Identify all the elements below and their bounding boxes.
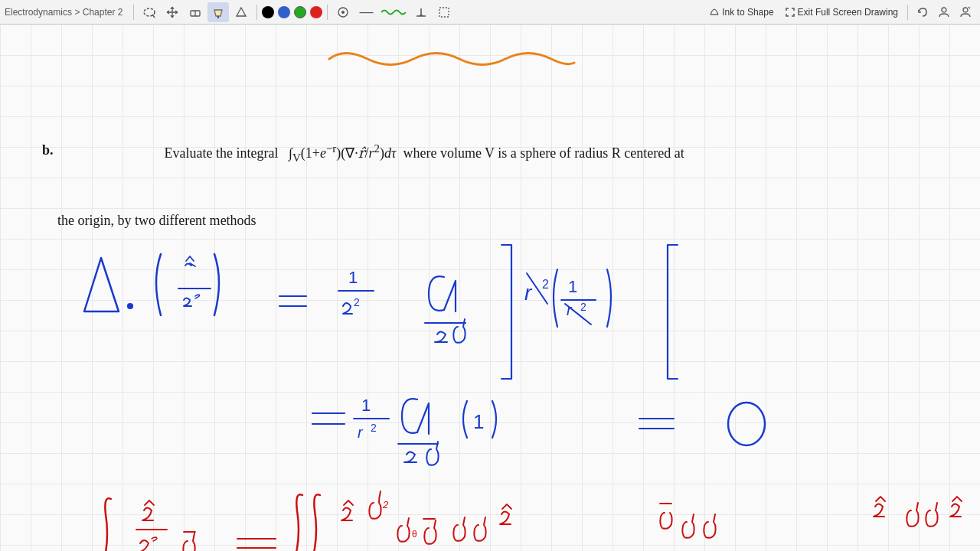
color-green[interactable] [294, 6, 306, 18]
svg-point-18 [128, 304, 132, 308]
pen-options-icon [336, 5, 350, 19]
svg-text:1: 1 [361, 396, 371, 415]
drawing-canvas[interactable]: 1 2 r 2 1 r 2 [0, 24, 980, 551]
separator-3 [327, 5, 328, 20]
svg-text:2: 2 [580, 301, 586, 313]
highlighter-tool-btn[interactable] [207, 2, 229, 22]
shape-tool-btn[interactable] [230, 2, 252, 22]
svg-line-1 [152, 15, 155, 18]
line-style-btn[interactable]: — [355, 2, 377, 22]
baseline-icon [414, 5, 428, 19]
svg-text:1: 1 [473, 410, 484, 433]
color-blue[interactable] [278, 6, 290, 18]
svg-point-14 [942, 8, 946, 12]
svg-text:2: 2 [371, 422, 377, 434]
eraser-tool-btn[interactable] [185, 2, 206, 22]
svg-text:1: 1 [348, 268, 358, 287]
svg-point-8 [341, 11, 345, 14]
squiggle-btn[interactable] [378, 2, 409, 22]
toolbar: Electrodynamics > Chapter 2 [0, 0, 980, 24]
ink-to-shape-icon [709, 7, 720, 18]
lasso-tool-btn[interactable] [139, 2, 160, 22]
separator-1 [133, 5, 134, 20]
problem-text: Evaluate the integral ∫V(1+e−r)(∇·r̂/r2)… [57, 139, 785, 167]
move-tool-btn[interactable] [162, 2, 183, 22]
separator-right [907, 5, 908, 20]
baseline-btn[interactable] [410, 2, 432, 22]
selection-icon [437, 5, 451, 19]
undo-icon [916, 6, 929, 18]
svg-text:2: 2 [542, 278, 549, 291]
highlighter-icon [211, 5, 225, 19]
svg-text:1: 1 [568, 277, 577, 296]
exit-fullscreen-icon [785, 7, 795, 18]
svg-text:r: r [567, 302, 573, 318]
svg-rect-12 [439, 8, 449, 17]
user-btn[interactable] [934, 2, 954, 22]
squiggle-icon [380, 7, 407, 18]
selection-btn[interactable] [433, 2, 455, 22]
svg-line-28 [527, 273, 547, 304]
problem-b-label: b. [42, 139, 54, 161]
move-icon [165, 5, 179, 19]
handwriting-layer: 1 2 r 2 1 r 2 [0, 24, 980, 551]
color-red[interactable] [310, 6, 322, 18]
color-black[interactable] [262, 6, 274, 18]
user2-icon [959, 6, 972, 18]
svg-line-16 [969, 7, 970, 8]
eraser-icon [188, 5, 202, 19]
user2-btn[interactable] [956, 2, 975, 22]
svg-text:θ: θ [412, 529, 417, 540]
pen-options-btn[interactable] [332, 2, 354, 22]
breadcrumb: Electrodynamics > Chapter 2 [5, 7, 122, 18]
svg-text:2: 2 [382, 499, 389, 510]
undo-btn[interactable] [913, 2, 933, 22]
svg-point-15 [963, 8, 968, 12]
exit-fullscreen-btn[interactable]: Exit Full Screen Drawing [780, 2, 903, 22]
separator-2 [256, 5, 257, 20]
problem-continuation: the origin, by two different methods [57, 210, 256, 232]
user-icon [938, 6, 950, 18]
ink-to-shape-btn[interactable]: Ink to Shape [704, 2, 778, 22]
lasso-icon [142, 5, 156, 19]
svg-marker-4 [214, 10, 222, 16]
svg-text:r: r [358, 424, 364, 441]
svg-marker-6 [237, 8, 246, 16]
svg-marker-17 [84, 258, 119, 311]
svg-point-44 [728, 403, 765, 445]
shape-icon [234, 5, 248, 19]
svg-text:2: 2 [354, 296, 360, 308]
toolbar-right: Ink to Shape Exit Full Screen Drawing [704, 2, 975, 22]
line-style-icon: — [359, 4, 373, 20]
svg-text:r: r [524, 281, 533, 305]
svg-line-33 [565, 304, 591, 324]
